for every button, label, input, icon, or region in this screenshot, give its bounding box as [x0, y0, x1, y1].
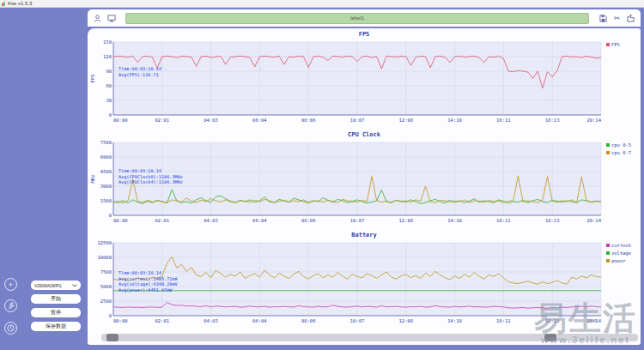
x-tick-label: 18:13: [545, 318, 560, 323]
y-axis-label: FPS: [90, 75, 95, 83]
x-tick-label: 02:01: [155, 118, 170, 123]
label-input[interactable]: label1: [125, 13, 589, 24]
clock-icon[interactable]: [4, 322, 17, 335]
battery-chart: Battery 0250050007500100001250000:0002:0…: [88, 229, 641, 329]
legend-label: voltage: [611, 250, 631, 256]
y-tick-label: 0: [109, 313, 112, 318]
x-tick-label: 06:04: [252, 118, 267, 123]
y-tick-label: 0: [109, 112, 112, 118]
chart-annotation-line: Time:00:03:20.14: [118, 270, 161, 275]
x-tick-label: 12:08: [399, 118, 414, 123]
y-tick-label: 5000: [100, 284, 112, 289]
chart-annotation-line: Avg(CPUClock4):1196.3MHz: [118, 179, 183, 185]
chart-annotation-line: Avg(FPS):116.71: [118, 72, 159, 78]
legend-swatch: [606, 143, 610, 147]
y-tick-label: 7500: [100, 140, 112, 145]
x-tick-label: 12:08: [399, 318, 414, 323]
save-data-button[interactable]: 保存数据: [31, 322, 81, 331]
x-tick-label: 20:14: [586, 118, 601, 123]
legend-swatch: [606, 151, 610, 154]
x-tick-label: 04:03: [204, 318, 218, 323]
x-tick-label: 16:11: [496, 318, 511, 323]
legend-swatch: [606, 251, 610, 255]
x-tick-label: 06:04: [252, 318, 267, 323]
scissors-icon[interactable]: ✂: [612, 14, 622, 23]
device-select[interactable]: V2906A(WIFI): [31, 281, 81, 290]
charts-panel: FPS 030609012015000:0002:0104:0306:0408:…: [88, 28, 641, 345]
x-tick-label: 04:03: [204, 118, 218, 123]
legend-swatch: [606, 259, 610, 262]
y-tick-label: 150: [103, 39, 112, 45]
x-tick-label: 20:14: [586, 218, 601, 223]
x-tick-label: 06:04: [252, 218, 267, 223]
y-tick-label: 60: [106, 83, 112, 88]
y-tick-label: 1500: [100, 198, 112, 203]
x-tick-label: 00:00: [113, 218, 128, 223]
fps-chart: FPS 030609012015000:0002:0104:0306:0408:…: [88, 28, 641, 129]
app-logo-icon: [2, 2, 6, 6]
chart-annotation-line: Avg(power):6451.97mW: [118, 287, 173, 293]
legend-label: current: [611, 243, 631, 248]
y-tick-label: 2500: [100, 299, 112, 304]
x-tick-label: 10:07: [350, 118, 365, 123]
toolbar: label1 ✂: [88, 9, 641, 27]
wrench-icon[interactable]: [4, 299, 17, 312]
monitor-icon[interactable]: [106, 14, 116, 23]
y-tick-label: 4500: [100, 169, 112, 174]
battery-plot[interactable]: 0250050007500100001250000:0002:0104:0306…: [88, 238, 641, 329]
y-tick-label: 3000: [100, 184, 112, 189]
save-icon[interactable]: [598, 14, 608, 23]
x-tick-label: 12:08: [399, 218, 414, 223]
x-tick-label: 10:07: [350, 318, 365, 323]
legend-label: cpu 0-5: [611, 142, 631, 148]
y-axis-label: MHz: [90, 175, 95, 184]
app-window: Kite v1.5.3 label1 ✂ FPS 030609012015000…: [0, 0, 644, 350]
add-circle-icon[interactable]: +: [4, 278, 17, 291]
pause-button[interactable]: 暂停: [31, 308, 81, 317]
x-tick-label: 14:10: [447, 118, 462, 123]
cpu-clock-plot[interactable]: 01500300045006000750000:0002:0104:0306:0…: [88, 138, 641, 229]
x-tick-label: 02:01: [155, 218, 170, 223]
y-tick-label: 30: [106, 98, 112, 103]
chart-annotation-line: Time:00:03:20.14: [118, 66, 161, 71]
fps-plot[interactable]: 030609012015000:0002:0104:0306:0408:0610…: [88, 38, 641, 129]
legend-label: FPS: [611, 42, 620, 47]
cpu-clock-chart: CPU Clock 01500300045006000750000:0002:0…: [88, 129, 641, 229]
window-title: Kite v1.5.3: [8, 0, 32, 8]
x-tick-label: 00:00: [113, 318, 128, 323]
x-tick-label: 04:03: [204, 218, 218, 223]
chart-title: Battery: [88, 229, 641, 238]
export-icon[interactable]: [626, 14, 635, 23]
x-tick-label: 16:11: [496, 218, 511, 223]
x-tick-label: 18:13: [545, 218, 560, 223]
y-tick-label: 90: [106, 69, 112, 74]
y-tick-label: 0: [109, 213, 112, 218]
start-button[interactable]: 开始: [31, 294, 81, 304]
x-tick-label: 08:06: [301, 118, 316, 123]
x-tick-label: 20:14: [586, 318, 601, 323]
y-tick-label: 12500: [97, 240, 112, 245]
y-tick-label: 120: [103, 54, 112, 59]
timeline-scrollbar[interactable]: [101, 334, 638, 341]
x-tick-label: 08:06: [301, 218, 316, 223]
x-tick-label: 08:06: [301, 318, 316, 323]
titlebar: Kite v1.5.3: [0, 0, 644, 8]
legend-label: power: [611, 258, 626, 264]
y-tick-label: 6000: [100, 154, 112, 160]
chart-title: CPU Clock: [88, 129, 641, 138]
x-tick-label: 02:01: [155, 318, 170, 323]
x-tick-label: 10:07: [350, 218, 365, 223]
y-tick-label: 7500: [100, 269, 112, 275]
x-tick-label: 18:13: [545, 118, 560, 123]
legend-swatch: [606, 43, 610, 46]
scrollbar-handle-left[interactable]: [106, 334, 118, 341]
person-icon[interactable]: [93, 14, 102, 23]
scrollbar-handle-right[interactable]: [544, 334, 556, 341]
chart-annotation-line: Time:00:03:20.14: [118, 168, 161, 173]
sidebar-controls: V2906A(WIFI) 开始 暂停 保存数据: [31, 281, 81, 335]
chart-title: FPS: [88, 28, 641, 38]
chevron-down-icon: [72, 284, 77, 287]
y-tick-label: 10000: [97, 255, 112, 260]
device-select-value: V2906A(WIFI): [34, 283, 62, 288]
x-tick-label: 14:10: [447, 218, 462, 223]
